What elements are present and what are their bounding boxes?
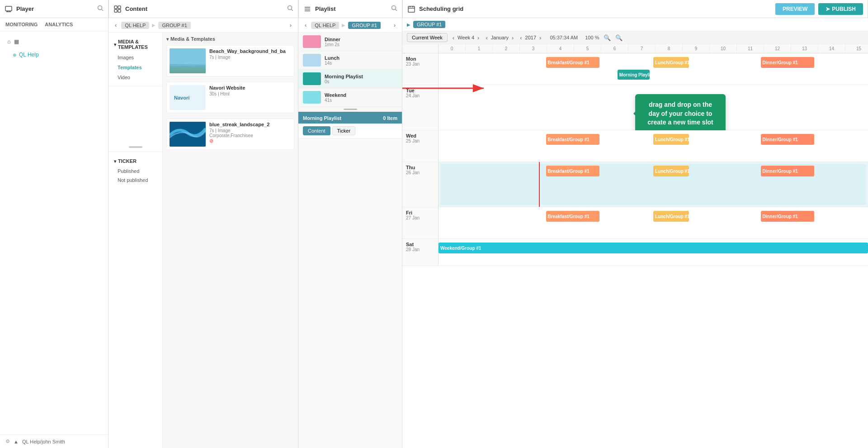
content-breadcrumb-group[interactable]: GROUP #1 — [158, 22, 190, 29]
hour-1: 1 — [466, 44, 493, 53]
breakfast-wed-block[interactable]: Breakfast/Group #1 — [546, 134, 600, 145]
grid-row-tue: Tue 24 Jan drag and drop on the day of y… — [402, 85, 868, 130]
breakfast-fri-block[interactable]: Breakfast/Group #1 — [546, 211, 600, 222]
lunch-wed-block[interactable]: Lunch/Group #1 — [653, 134, 689, 145]
tab-ticker[interactable]: Ticker — [332, 126, 356, 135]
scheduling-controls: Current Week ‹ Week 4 › ‹ January › ‹ 20… — [402, 31, 868, 44]
playlist-breadcrumb-ql[interactable]: QL HELP — [311, 22, 339, 29]
hour-11: 11 — [737, 44, 764, 53]
month-prev-button[interactable]: ‹ — [484, 34, 489, 42]
weekend-sat-block[interactable]: Weekend/Group #1 — [439, 243, 868, 253]
breakfast-thu-block[interactable]: Breakfast/Group #1 — [546, 166, 600, 176]
nav-video[interactable]: Video — [108, 72, 162, 82]
settings-gear-icon[interactable]: ⚙ — [5, 438, 10, 444]
playlist-active-count: 0 Item — [383, 115, 397, 121]
player-search-icon[interactable] — [97, 5, 104, 13]
expand-down-icon[interactable]: ▲ — [14, 439, 19, 444]
playlist-drop-area[interactable] — [298, 138, 402, 448]
publish-button[interactable]: ➤ PUBLISH — [818, 3, 863, 15]
playlist-nav-left[interactable]: ‹ — [303, 21, 308, 29]
player-panel-header: Player — [0, 0, 108, 18]
list-item[interactable]: Navori Navori Website 30s | Html — [166, 82, 294, 113]
tab-content[interactable]: Content — [303, 126, 330, 135]
scheduling-panel: ▶ GROUP #1 Current Week ‹ Week 4 › ‹ Jan… — [402, 18, 868, 448]
monitoring-nav[interactable]: MONITORING — [5, 22, 38, 27]
dinner-mon-block[interactable]: Dinner/Group #1 — [761, 57, 815, 68]
day-label-wed: Wed 25 Jan — [402, 130, 439, 162]
player-title: Player — [16, 5, 34, 12]
week-next-button[interactable]: › — [476, 34, 481, 42]
playlist-items-list: Dinner 1mn 2s Lunch 14s Morning — [298, 33, 402, 112]
content-breadcrumb: ‹ QL HELP ▶ GROUP #1 › — [108, 18, 298, 33]
week-prev-button[interactable]: ‹ — [451, 34, 456, 42]
content-breadcrumb-ql[interactable]: QL HELP — [121, 22, 149, 29]
beach-name: Beach_Way_background_hd_ba — [209, 48, 291, 54]
day-cells-thu[interactable]: Breakfast/Group #1 Lunch/Group #1 Dinner… — [439, 162, 868, 207]
content-panel-header: Content — [108, 0, 298, 18]
nav-images[interactable]: Images — [108, 52, 162, 62]
scheduling-grid[interactable]: 0 1 2 3 4 5 6 7 8 9 10 11 12 13 — [402, 44, 868, 448]
zoom-in-icon[interactable]: 🔍 — [604, 34, 611, 41]
grid-row-sat: Sat 28 Jan Weekend/Group #1 — [402, 239, 868, 266]
day-cells-wed[interactable]: Breakfast/Group #1 Lunch/Group #1 Dinner… — [439, 130, 868, 162]
navori-name: Navori Website — [209, 85, 291, 91]
content-search-icon[interactable] — [287, 5, 293, 13]
dinner-fri-block[interactable]: Dinner/Group #1 — [761, 211, 815, 222]
preview-button[interactable]: PREVIEW — [775, 3, 815, 15]
playlist-breadcrumb-group[interactable]: GROUP #1 — [348, 22, 380, 29]
dinner-wed-block[interactable]: Dinner/Group #1 — [761, 134, 815, 145]
playlist-title: Playlist — [315, 5, 336, 12]
day-cells-sat[interactable]: Weekend/Group #1 — [439, 239, 868, 266]
playlist-nav-right[interactable]: › — [392, 21, 397, 29]
playlist-color-morning — [303, 72, 321, 85]
svg-point-15 — [392, 6, 396, 10]
zoom-out-icon[interactable]: 🔍 — [615, 34, 623, 41]
ticker-published[interactable]: Published — [108, 167, 162, 176]
content-media-list: ▾ Media & Templates — [163, 33, 298, 448]
hour-12: 12 — [764, 44, 791, 53]
nav-templates[interactable]: Templates — [108, 62, 162, 72]
scheduling-group-badge[interactable]: GROUP #1 — [413, 21, 445, 28]
content-scrollbar[interactable] — [108, 146, 162, 148]
lunch-fri-block[interactable]: Lunch/Group #1 — [653, 211, 689, 222]
year-next-button[interactable]: › — [538, 34, 542, 42]
hour-9: 9 — [683, 44, 710, 53]
lunch-thu-block[interactable]: Lunch/Group #1 — [653, 166, 689, 176]
lunch-mon-block[interactable]: Lunch/Group #1 — [653, 57, 689, 68]
navori-meta: 30s | Html — [209, 91, 291, 96]
ticker-not-published[interactable]: Not published — [108, 176, 162, 185]
hour-5: 5 — [574, 44, 601, 53]
day-label-sat: Sat 28 Jan — [402, 239, 439, 266]
list-item[interactable]: Beach_Way_background_hd_ba 7s | Image — [166, 45, 294, 76]
list-item[interactable]: blue_streak_landscape_2 7s | Image Corpo… — [166, 119, 294, 150]
playlist-active-header: Morning Playlist 0 Item — [298, 113, 402, 124]
list-item[interactable]: Dinner 1mn 2s — [298, 33, 402, 51]
month-next-button[interactable]: › — [510, 34, 515, 42]
blue-streak-meta2: Corporate,Franchisee — [209, 133, 291, 138]
media-templates-section[interactable]: ▾ MEDIA & TEMPLATES — [108, 36, 162, 52]
morning-playlist-mon-block[interactable]: Morning Playlist — [618, 70, 650, 80]
sidebar-ql-label: QL Help — [19, 52, 39, 58]
sidebar-home-item[interactable]: ⌂ ▦ — [0, 36, 108, 48]
ticker-section[interactable]: ▾ TICKER — [108, 156, 162, 167]
day-cells-tue[interactable]: drag and drop on the day of your choice … — [439, 85, 868, 130]
day-cells-mon[interactable]: Breakfast/Group #1 Lunch/Group #1 Dinner… — [439, 53, 868, 85]
year-prev-button[interactable]: ‹ — [519, 34, 523, 42]
breakfast-mon-block[interactable]: Breakfast/Group #1 — [546, 57, 600, 68]
svg-line-11 — [292, 10, 293, 11]
dinner-thu-block[interactable]: Dinner/Group #1 — [761, 166, 815, 176]
sidebar-ql-help-item[interactable]: ⊕ QL Help — [0, 49, 108, 60]
analytics-nav[interactable]: ANALYTICS — [45, 22, 73, 27]
content-nav-left[interactable]: ‹ — [113, 21, 118, 29]
scheduling-breadcrumb-arrow: ▶ — [407, 22, 410, 27]
ticker-collapse-icon: ▾ — [114, 159, 116, 164]
list-item[interactable]: Weekend 41s — [298, 88, 402, 107]
day-cells-fri[interactable]: Breakfast/Group #1 Lunch/Group #1 Dinner… — [439, 207, 868, 238]
list-item[interactable]: Morning Playlist 0s — [298, 70, 402, 88]
content-nav-right[interactable]: › — [288, 21, 293, 29]
current-week-button[interactable]: Current Week — [407, 33, 448, 42]
zoom-level: 100 % — [585, 35, 599, 40]
playlist-search-icon[interactable] — [391, 5, 397, 13]
hour-7: 7 — [628, 44, 656, 53]
list-item[interactable]: Lunch 14s — [298, 51, 402, 70]
